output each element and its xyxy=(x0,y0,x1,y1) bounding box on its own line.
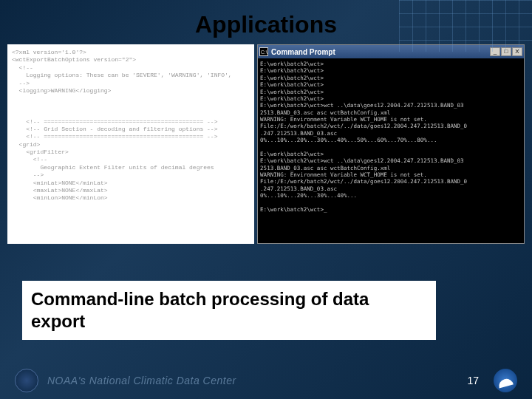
xml-source-pane: <?xml version='1.0'?> <wctExportBatchOpt… xyxy=(7,44,254,244)
noaa-logo-icon xyxy=(494,369,517,392)
command-prompt-output: E:\work\batch2\wct> E:\work\batch2\wct> … xyxy=(258,58,524,243)
decorative-grid xyxy=(399,0,532,52)
slide-footer: NOAA's National Climatic Data Center 17 xyxy=(0,362,532,399)
page-number: 17 xyxy=(467,375,479,386)
content-area: <?xml version='1.0'?> <wctExportBatchOpt… xyxy=(0,44,532,244)
command-prompt-icon: C:\ xyxy=(259,47,268,56)
dept-commerce-seal-icon xyxy=(15,369,38,392)
footer-text: NOAA's National Climatic Data Center xyxy=(47,375,458,386)
command-prompt-window: C:\ Command Prompt _ □ X E:\work\batch2\… xyxy=(257,44,525,244)
slide-caption: Command-line batch processing of data ex… xyxy=(22,281,436,340)
